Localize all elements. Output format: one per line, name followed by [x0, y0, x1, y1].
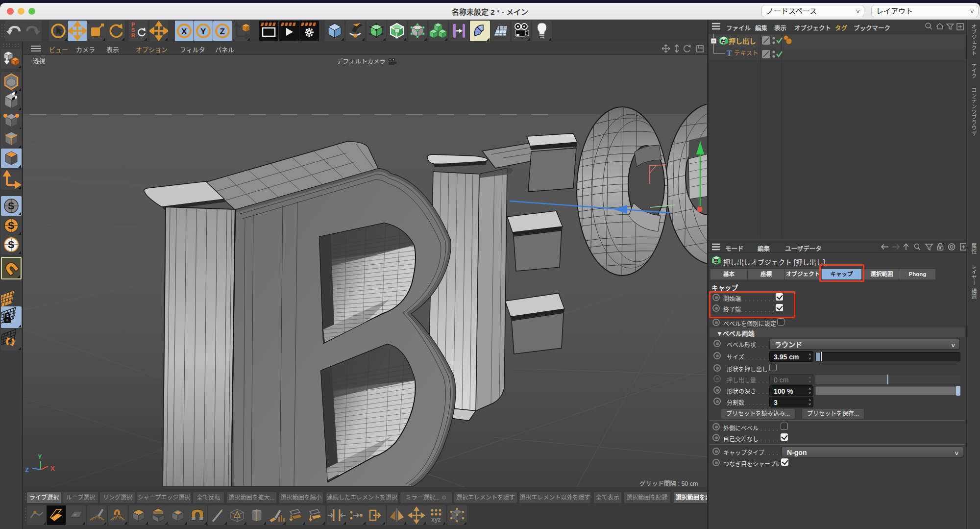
- svg-text:S: S: [8, 201, 14, 211]
- svg-text:透視: 透視: [33, 57, 46, 65]
- svg-text:テキスト: テキスト: [734, 50, 759, 57]
- svg-text:Y: Y: [200, 27, 206, 36]
- svg-text:S: S: [8, 220, 14, 231]
- svg-text:Z: Z: [220, 27, 225, 36]
- svg-text:X: X: [181, 27, 187, 36]
- svg-text:S: S: [8, 239, 14, 250]
- svg-text:X: X: [50, 465, 55, 472]
- svg-text:押し出し: 押し出し: [729, 37, 756, 45]
- svg-text:R: R: [131, 32, 135, 38]
- svg-text:グリッド間隔 : 50 cm: グリッド間隔 : 50 cm: [639, 480, 698, 487]
- svg-text:T: T: [727, 49, 732, 57]
- svg-text:Y: Y: [38, 453, 42, 460]
- svg-text:デフォルトカメラ: デフォルトカメラ: [337, 58, 386, 65]
- svg-text:xyz: xyz: [431, 516, 441, 523]
- svg-text:Z: Z: [25, 466, 29, 474]
